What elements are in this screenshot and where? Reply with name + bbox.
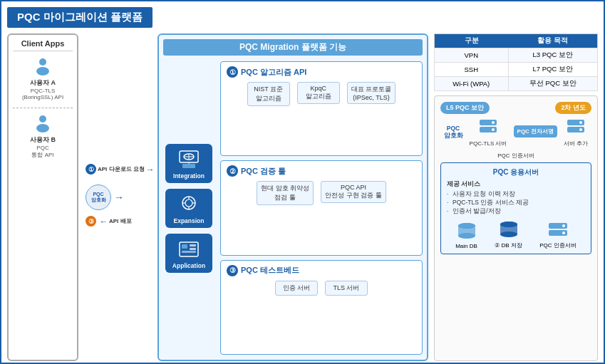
pqc-tls-server: PQC-TLS 서버	[470, 117, 507, 147]
section-1-title: ① PQC 알고리즘 API	[227, 66, 416, 78]
diagram-servers-row: PQC암호화 PQC-TLS 서버 PQC 전자	[440, 117, 591, 147]
section-3: ③ PQC 테스트베드 인증 서버 TLS 서버	[220, 260, 423, 355]
diagram-badges: L5 PQC 보안 2차 년도	[440, 102, 591, 114]
pqc-electronic-sign: PQC 전자서명	[514, 125, 558, 139]
main-db-icon	[456, 222, 477, 241]
divider	[13, 108, 73, 108]
info-table: 구분 활용 목적 VPN L3 PQC 보안 SSH L7 PQC 보안 Wi-…	[434, 33, 598, 91]
tool-verify: PQC API안전성 구현 검증 툴	[321, 181, 386, 204]
user-a-api: PQC-TLS(BoringSSL) API	[13, 88, 73, 100]
main-container: PQC 마이그레이션 플랫폼 Client Apps 사용자 A PQC-TLS…	[0, 0, 605, 364]
pqc-encrypt-row: PQC암호화 →	[86, 184, 124, 210]
l5-badge: L5 PQC 보안	[440, 102, 490, 114]
svg-point-0	[39, 58, 46, 66]
svg-rect-20	[182, 251, 196, 253]
server-icon-1	[478, 117, 498, 138]
table-header-category: 구분	[435, 34, 509, 48]
pqc-app-server: PQC 응용서버 제공 서비스 사용자 요청 이력 저장 PQC-TLS 인증 …	[440, 162, 591, 254]
pqc-encrypt-badge: PQC암호화	[86, 184, 111, 210]
migration-platform: PQC Migration 플랫폼 기능 Integration	[157, 33, 428, 361]
svg-point-11	[185, 199, 192, 207]
api-download-label: API 다운로드 요청	[98, 165, 145, 173]
pqc-cert-label: PQC 인증서버	[539, 241, 576, 249]
test-tls: TLS 서버	[325, 281, 368, 297]
table-cell-vpn: VPN	[435, 48, 509, 63]
section-2: ② PQC 검증 툴 현대 암호 취약성점검 툴 PQC API안전성 구현 검…	[220, 160, 423, 255]
api-download-arrow: ① API 다운로드 요청 →	[86, 164, 156, 175]
pqc-auth-server-label: PQC 인증서버	[440, 152, 591, 160]
services-title: 제공 서비스	[447, 180, 585, 189]
svg-rect-17	[182, 244, 187, 249]
algo-nist: NIST 표준알고리즘	[247, 82, 290, 108]
main-db: Main DB	[455, 222, 477, 249]
svg-point-28	[579, 128, 582, 131]
svg-point-27	[579, 121, 582, 124]
section-1-content: NIST 표준알고리즘 KpqC알고리즘 대표 프로토콜(IPSec, TLS)	[227, 82, 416, 108]
algo-proto: 대표 프로토콜(IPSec, TLS)	[347, 82, 396, 105]
user-b-icon	[33, 113, 53, 132]
cert-server-icon	[547, 220, 569, 240]
content-area: Client Apps 사용자 A PQC-TLS(BoringSSL) API…	[7, 33, 598, 361]
api-deploy-arrow: ③ → API 배포	[86, 216, 132, 227]
server-icon-2	[566, 117, 586, 138]
svg-point-32	[458, 223, 475, 229]
service-item-2: PQC-TLS 인증 서비스 제공	[447, 199, 585, 207]
user-b-card: 사용자 B PQC통합 API	[13, 113, 73, 159]
tool-vuln: 현대 암호 취약성점검 툴	[257, 181, 314, 207]
svg-point-36	[500, 222, 517, 227]
pqc-encrypt-label: PQC암호화	[444, 125, 463, 140]
table-cell-vpn-desc: L3 PQC 보안	[508, 48, 598, 63]
application-block: Application	[165, 234, 212, 273]
svg-rect-8	[182, 164, 195, 168]
algo-kpqc: KpqC알고리즘	[297, 82, 340, 105]
server-add: 서버 추가	[564, 117, 588, 147]
table-cell-wifi-desc: 무선 PQC 보안	[508, 77, 598, 91]
right-panel: 구분 활용 목적 VPN L3 PQC 보안 SSH L7 PQC 보안 Wi-…	[434, 33, 598, 361]
table-cell-ssh-desc: L7 PQC 보안	[508, 63, 598, 77]
user-a-label: 사용자 A	[13, 78, 73, 88]
integration-block: Integration	[165, 144, 212, 183]
svg-point-24	[492, 128, 495, 131]
svg-point-35	[500, 232, 517, 237]
year2-badge: 2차 년도	[555, 102, 591, 114]
application-icon	[178, 239, 200, 259]
flow-arrows: ① API 다운로드 요청 → PQC암호화 → ③ → API 배포	[84, 33, 152, 361]
api-deploy-label: API 배포	[109, 217, 132, 225]
application-label: Application	[168, 262, 210, 269]
table-row-ssh: SSH L7 PQC 보안	[435, 63, 598, 77]
user-b-api: PQC통합 API	[13, 145, 73, 159]
app-server-title: PQC 응용서버	[447, 167, 585, 177]
client-apps-panel: Client Apps 사용자 A PQC-TLS(BoringSSL) API…	[7, 33, 78, 361]
section-2-content: 현대 암호 취약성점검 툴 PQC API안전성 구현 검증 툴	[227, 181, 416, 207]
section-3-title: ③ PQC 테스트베드	[227, 265, 416, 276]
svg-point-2	[39, 115, 46, 123]
db-save-icon	[498, 220, 519, 240]
svg-rect-19	[190, 248, 196, 250]
user-a-icon	[33, 56, 53, 76]
integration-label: Integration	[168, 172, 210, 180]
svg-point-31	[458, 233, 475, 239]
pqc-cert-server: PQC 인증서버	[539, 220, 576, 249]
table-cell-ssh: SSH	[435, 63, 509, 77]
main-db-label: Main DB	[455, 243, 477, 249]
svg-point-3	[36, 124, 49, 132]
section-1: ① PQC 알고리즘 API NIST 표준알고리즘 KpqC알고리즘 대	[220, 61, 423, 156]
user-b-label: 사용자 B	[13, 135, 73, 145]
network-diagram: L5 PQC 보안 2차 년도 PQC암호화	[434, 95, 598, 361]
client-apps-title: Client Apps	[13, 39, 73, 51]
section-2-title: ② PQC 검증 툴	[227, 165, 416, 177]
table-row-wifi: Wi-Fi (WPA) 무선 PQC 보안	[435, 77, 598, 91]
expansion-block: Expansion	[165, 189, 212, 228]
svg-point-1	[36, 67, 49, 76]
page-title: PQC 마이그레이션 플랫폼	[7, 7, 152, 28]
svg-point-39	[562, 224, 565, 227]
db-save-label: ② DB 저장	[495, 241, 522, 249]
app-server-dbs: Main DB ② DB 저장	[447, 220, 585, 249]
service-item-3: 인증서 발급/저장	[447, 207, 585, 216]
expansion-icon	[178, 194, 200, 214]
integration-icon	[178, 150, 200, 170]
table-header-purpose: 활용 목적	[508, 34, 598, 48]
svg-point-23	[492, 121, 495, 124]
service-list: 제공 서비스 사용자 요청 이력 저장 PQC-TLS 인증 서비스 제공 인증…	[447, 180, 585, 216]
db-save: ② DB 저장	[495, 220, 522, 249]
